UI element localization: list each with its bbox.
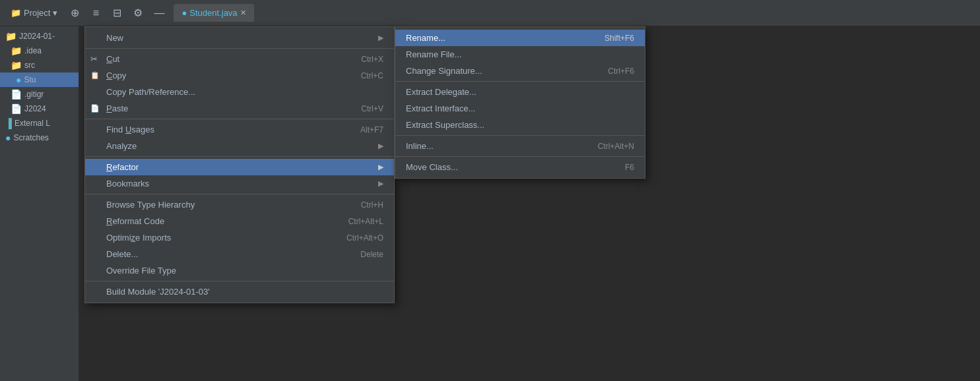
submenu-separator-1 xyxy=(395,81,645,82)
refactor-submenu: Rename... Shift+F6 Rename File... Change… xyxy=(395,26,645,179)
move-class-shortcut: F6 xyxy=(625,163,634,172)
submenu-arrow-bookmarks: ▶ xyxy=(378,179,383,188)
sidebar-item-scratches[interactable]: ● Scratches xyxy=(0,131,79,145)
separator-5 xyxy=(85,281,394,281)
separator-3 xyxy=(85,156,394,157)
gitignore-icon: 📄 xyxy=(11,89,22,100)
submenu-item-inline[interactable]: Inline... Ctrl+Alt+N xyxy=(395,138,645,154)
copy-shortcut: Ctrl+C xyxy=(361,71,383,80)
sidebar-item-src[interactable]: 📁 src xyxy=(0,58,79,73)
submenu-item-move-class[interactable]: Move Class... F6 xyxy=(395,159,645,175)
sidebar-item-label: .gitigr xyxy=(24,90,44,99)
student-file-icon: ● xyxy=(16,74,21,85)
folder-src-icon: 📁 xyxy=(11,60,22,71)
separator-1 xyxy=(85,48,394,49)
submenu-item-change-signature[interactable]: Change Signature... Ctrl+F6 xyxy=(395,63,645,79)
extract-interface-label: Extract Interface... xyxy=(406,103,634,113)
menu-item-paste[interactable]: 📄 Paste Ctrl+V xyxy=(85,100,394,117)
rename-label: Rename... xyxy=(406,33,583,43)
menu-item-delete[interactable]: Delete... Delete xyxy=(85,246,394,262)
sidebar-item-j2024[interactable]: 📁 J2024-01- xyxy=(0,29,79,44)
menu-item-copy-label: Copy xyxy=(106,71,340,80)
menu-item-bookmarks[interactable]: Bookmarks ▶ xyxy=(85,175,394,192)
submenu-item-rename[interactable]: Rename... Shift+F6 xyxy=(395,30,645,46)
sidebar-item-label: External L xyxy=(15,119,50,128)
menu-item-new[interactable]: New ▶ xyxy=(85,30,394,46)
scratches-icon: ● xyxy=(5,132,11,143)
submenu-item-rename-file[interactable]: Rename File... xyxy=(395,46,645,63)
project-title: Project xyxy=(24,8,50,18)
menu-item-cut[interactable]: ✂ Cut Ctrl+X xyxy=(85,51,394,67)
submenu-arrow-new: ▶ xyxy=(378,34,383,42)
menu-item-override-file-type[interactable]: Override File Type xyxy=(85,262,394,279)
external-icon: ▐ xyxy=(5,118,12,129)
cut-shortcut: Ctrl+X xyxy=(361,55,383,64)
add-button[interactable]: ⊕ xyxy=(65,4,84,22)
sidebar-item-external[interactable]: ▐ External L xyxy=(0,116,79,131)
menu-item-paste-label: Paste xyxy=(106,103,340,113)
tab-label: Student.java xyxy=(189,8,237,18)
paste-icon: 📄 xyxy=(90,104,100,113)
context-menu: New ▶ ✂ Cut Ctrl+X 📋 Copy Ctrl+C Copy Pa… xyxy=(84,26,395,303)
menu-item-reformat-label: Reformat Code xyxy=(106,216,327,226)
extract-superclass-label: Extract Superclass... xyxy=(406,120,634,130)
sidebar-item-gitignore[interactable]: 📄 .gitigr xyxy=(0,87,79,102)
sidebar-item-j2024b[interactable]: 📄 J2024 xyxy=(0,102,79,116)
submenu-arrow-analyze: ▶ xyxy=(378,142,383,150)
browse-type-shortcut: Ctrl+H xyxy=(361,200,383,210)
menu-item-analyze-label: Analyze xyxy=(106,141,373,151)
menu-item-cut-label: Cut xyxy=(106,54,340,64)
menu-item-build-module[interactable]: Build Module 'J2024-01-03' xyxy=(85,283,394,300)
settings-button[interactable]: ⚙ xyxy=(129,4,147,22)
sidebar-item-label: src xyxy=(24,61,35,70)
menu-item-copy-path[interactable]: Copy Path/Reference... xyxy=(85,84,394,100)
delete-shortcut: Delete xyxy=(360,250,383,259)
sidebar-item-label: J2024-01- xyxy=(19,32,55,41)
paste-shortcut: Ctrl+V xyxy=(361,104,383,113)
chevron-down-icon: ▾ xyxy=(53,8,57,18)
folder-icon: 📁 xyxy=(11,8,21,18)
submenu-item-extract-delegate[interactable]: Extract Delegate... xyxy=(395,84,645,100)
minimize-button[interactable]: — xyxy=(150,4,168,22)
rename-shortcut: Shift+F6 xyxy=(604,34,634,43)
menu-item-browse-type[interactable]: Browse Type Hierarchy Ctrl+H xyxy=(85,196,394,213)
menu-item-reformat[interactable]: Reformat Code Ctrl+Alt+L xyxy=(85,213,394,229)
change-sig-shortcut: Ctrl+F6 xyxy=(608,67,634,76)
menu-item-build-label: Build Module 'J2024-01-03' xyxy=(106,287,383,297)
menu-item-refactor-label: Refactor xyxy=(106,162,373,172)
cut-icon: ✂ xyxy=(90,54,98,64)
student-java-tab[interactable]: ● Student.java ✕ xyxy=(174,4,253,22)
tab-close-icon[interactable]: ✕ xyxy=(240,9,246,17)
expand-all-button[interactable]: ⊟ xyxy=(108,4,126,22)
project-sidebar: 📁 J2024-01- 📁 .idea 📁 src ● Stu 📄 .gitig… xyxy=(0,26,79,381)
menu-item-refactor[interactable]: Refactor ▶ xyxy=(85,159,394,175)
folder-idea-icon: 📁 xyxy=(11,45,22,56)
submenu-item-extract-interface[interactable]: Extract Interface... xyxy=(395,100,645,117)
menu-item-copy[interactable]: 📋 Copy Ctrl+C xyxy=(85,67,394,84)
optimize-shortcut: Ctrl+Alt+O xyxy=(346,233,383,243)
menu-item-find-usages[interactable]: Find Usages Alt+F7 xyxy=(85,121,394,138)
menu-item-delete-label: Delete... xyxy=(106,249,339,259)
menu-item-bookmarks-label: Bookmarks xyxy=(106,179,373,189)
submenu-item-extract-superclass[interactable]: Extract Superclass... xyxy=(395,117,645,133)
menu-item-browse-type-label: Browse Type Hierarchy xyxy=(106,200,340,210)
sidebar-item-student[interactable]: ● Stu xyxy=(0,73,79,87)
toolbar: 📁 Project ▾ ⊕ ≡ ⊟ ⚙ — ● Student.java ✕ xyxy=(0,0,980,26)
change-signature-label: Change Signature... xyxy=(406,66,587,76)
rename-file-label: Rename File... xyxy=(406,49,634,59)
menu-item-analyze[interactable]: Analyze ▶ xyxy=(85,138,394,154)
menu-item-optimize[interactable]: Optimize Imports Ctrl+Alt+O xyxy=(85,229,394,246)
sidebar-item-label: Scratches xyxy=(13,133,48,142)
menu-item-copy-path-label: Copy Path/Reference... xyxy=(106,87,383,97)
menu-item-override-label: Override File Type xyxy=(106,266,383,276)
menu-item-new-label: New xyxy=(106,33,373,43)
sidebar-item-idea[interactable]: 📁 .idea xyxy=(0,44,79,58)
collapse-all-button[interactable]: ≡ xyxy=(86,4,105,22)
project-label[interactable]: 📁 Project ▾ xyxy=(5,5,63,20)
menu-item-optimize-label: Optimize Imports xyxy=(106,233,325,243)
sidebar-item-label: J2024 xyxy=(24,104,46,113)
extract-delegate-label: Extract Delegate... xyxy=(406,87,634,97)
j2024b-icon: 📄 xyxy=(11,103,22,114)
copy-icon: 📋 xyxy=(90,71,100,80)
inline-label: Inline... xyxy=(406,141,577,151)
